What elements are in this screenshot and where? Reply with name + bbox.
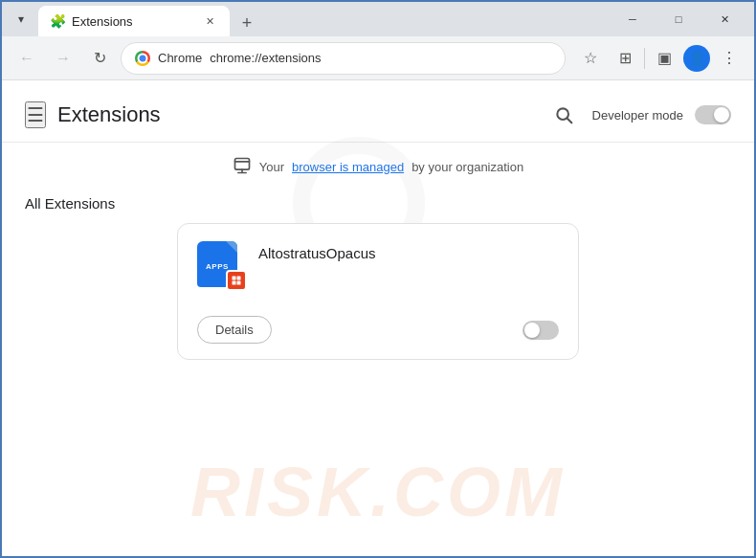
extension-toggle[interactable] [523,321,559,340]
titlebar: ▾ 🧩 Extensions ✕ + ─ □ ✕ [2,2,754,36]
svg-rect-6 [237,277,241,280]
all-extensions-label: All Extensions [2,191,754,223]
details-btn[interactable]: Details [197,316,272,344]
address-text: chrome://extensions [210,51,551,65]
extension-card: AltostratusOpacus Details [177,223,579,360]
extension-card-bottom: Details [197,316,559,344]
svg-rect-8 [237,281,241,285]
chrome-brand-label: Chrome [158,51,202,65]
titlebar-controls: ─ □ ✕ [611,6,746,33]
svg-rect-7 [233,281,236,285]
extension-name: AltostratusOpacus [258,245,376,261]
nav-actions: ☆ ⊞ ▣ 👤 ⋮ [575,43,745,74]
new-tab-btn[interactable]: + [233,10,260,36]
chrome-logo-icon [135,51,150,66]
managed-notice: Your browser is managed by your organiza… [2,143,754,191]
forward-btn[interactable]: → [48,43,78,74]
menu-btn[interactable]: ⋮ [714,43,745,74]
extension-toggle-knob [524,323,540,338]
managed-icon [233,156,252,178]
managed-notice-suffix: by your organization [411,160,523,174]
active-tab[interactable]: 🧩 Extensions ✕ [38,6,230,36]
extensions-title: Extensions [57,102,535,127]
minimize-btn[interactable]: ─ [611,6,655,33]
hamburger-btn[interactable]: ☰ [25,101,46,128]
maximize-btn[interactable]: □ [656,6,700,33]
page-content: RISK.COM ☰ Extensions Developer mode You… [2,80,754,558]
profile-btn[interactable]: 👤 [683,45,710,72]
sidebar-btn[interactable]: ▣ [649,43,679,74]
extensions-header: ☰ Extensions Developer mode [2,80,754,143]
bookmark-btn[interactable]: ☆ [575,43,606,74]
managed-link[interactable]: browser is managed [292,160,404,174]
tab-title-text: Extensions [72,14,195,29]
tab-dropdown-btn[interactable]: ▾ [10,8,33,31]
developer-mode-label: Developer mode [592,108,683,123]
svg-rect-5 [233,277,236,280]
back-btn[interactable]: ← [11,43,42,74]
titlebar-left: ▾ [10,8,33,31]
refresh-btn[interactable]: ↻ [84,43,115,74]
extensions-btn[interactable]: ⊞ [610,43,640,74]
nav-divider [644,48,645,69]
svg-rect-4 [234,159,249,170]
toggle-knob [714,107,729,123]
navbar: ← → ↻ Chrome chrome://extensions ☆ ⊞ ▣ 👤… [2,36,754,80]
tab-strip: 🧩 Extensions ✕ + [38,2,605,36]
tab-puzzle-icon: 🧩 [50,13,66,29]
close-btn[interactable]: ✕ [702,6,746,33]
tab-close-btn[interactable]: ✕ [201,12,218,30]
extension-icon-wrap [197,241,245,289]
watermark-risk-text: RISK.COM [190,453,566,531]
developer-mode-toggle[interactable] [695,105,731,124]
extension-card-top: AltostratusOpacus [197,241,559,289]
address-bar[interactable]: Chrome chrome://extensions [121,42,566,75]
search-btn[interactable] [546,98,581,132]
svg-line-3 [567,119,571,123]
extension-icon-badge [226,270,247,291]
managed-notice-text: Your [259,160,284,174]
